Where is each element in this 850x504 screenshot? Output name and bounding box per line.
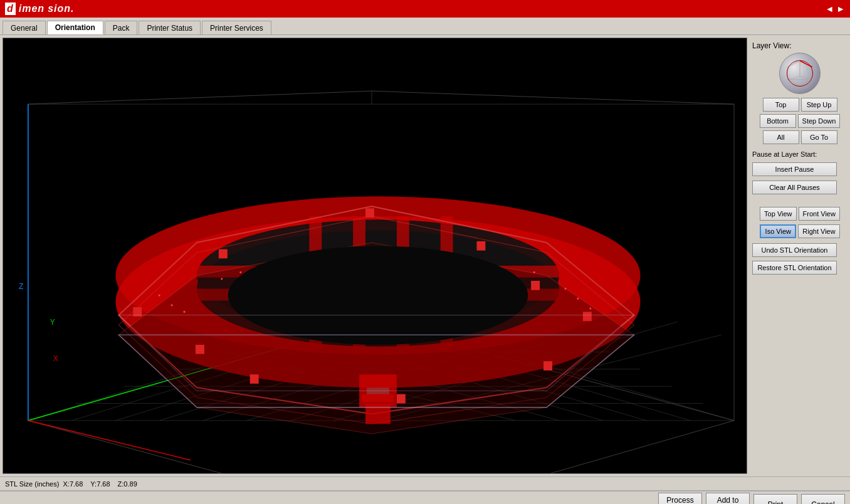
canvas-area: Z Y X (3, 38, 747, 473)
svg-point-69 (577, 298, 579, 300)
layer-view-label: Layer View: (752, 41, 847, 50)
clear-all-pauses-button[interactable]: Clear All Pauses (752, 181, 837, 194)
svg-rect-62 (362, 394, 394, 402)
iso-view-button[interactable]: Iso View (760, 224, 796, 238)
svg-rect-52 (476, 241, 485, 251)
svg-point-68 (239, 271, 241, 273)
svg-point-65 (171, 304, 173, 306)
layer-view-buttons: Top Step Up (752, 98, 847, 112)
svg-line-80 (787, 80, 800, 86)
svg-rect-54 (583, 312, 592, 321)
title-bar: dimension. ◄ ► (0, 0, 850, 18)
tab-general[interactable]: General (3, 21, 46, 34)
grid-svg: Z Y X (3, 38, 747, 473)
front-view-button[interactable]: Front View (799, 207, 840, 221)
y-label: Y: (90, 480, 97, 488)
main-area: Z Y X (0, 35, 850, 476)
z-label: Z: (118, 480, 124, 488)
nav-cube (779, 53, 821, 94)
stl-size-label: STL Size (inches) (5, 480, 59, 488)
all-button[interactable]: All (763, 130, 799, 144)
restore-stl-button[interactable]: Restore STL Orientation (752, 261, 837, 275)
svg-point-64 (159, 295, 160, 297)
tab-printer-services[interactable]: Printer Services (202, 21, 271, 34)
svg-rect-53 (531, 281, 540, 290)
nav-arrows[interactable]: ◄ ► (825, 4, 845, 14)
svg-line-75 (800, 61, 812, 67)
bottom-button[interactable]: Bottom (760, 114, 796, 128)
undo-stl-button[interactable]: Undo STL Orientation (752, 243, 837, 257)
layer-view-buttons-2: Bottom Step Down (752, 114, 847, 128)
svg-point-59 (228, 246, 528, 345)
layer-view-buttons-3: All Go To (752, 130, 847, 144)
x-label: X: (63, 480, 70, 488)
svg-point-71 (564, 288, 566, 290)
process-stl-button[interactable]: Process STL (658, 493, 702, 504)
svg-text:Y: Y (50, 318, 55, 327)
3d-viewport[interactable]: Z Y X (3, 38, 747, 474)
svg-line-83 (800, 76, 812, 80)
svg-point-66 (184, 311, 186, 313)
svg-rect-51 (365, 208, 374, 218)
tab-pack[interactable]: Pack (105, 21, 138, 34)
top-button[interactable]: Top (763, 98, 799, 112)
step-up-button[interactable]: Step Up (801, 98, 837, 112)
y-value: 7.68 (97, 480, 110, 488)
app-logo: dimension. (5, 3, 74, 15)
svg-line-81 (800, 80, 812, 86)
svg-text:X: X (53, 354, 58, 363)
tab-orientation[interactable]: Orientation (47, 21, 103, 34)
pause-label: Pause at Layer Start: (752, 150, 847, 158)
right-panel: Layer View: (750, 35, 850, 476)
status-bar: STL Size (inches) X: 7.68 Y: 7.68 Z: 0.8… (0, 476, 850, 490)
go-to-button[interactable]: Go To (801, 130, 837, 144)
svg-rect-55 (543, 361, 552, 370)
svg-text:Z: Z (19, 281, 24, 290)
print-button[interactable]: Print (753, 494, 797, 504)
step-down-button[interactable]: Step Down (798, 114, 841, 128)
svg-point-67 (221, 278, 223, 280)
view-section: Top View Front View Iso View Right View … (752, 207, 847, 275)
top-view-button[interactable]: Top View (760, 207, 796, 221)
tab-bar: General Orientation Pack Printer Status … (0, 18, 850, 35)
tab-printer-status[interactable]: Printer Status (139, 21, 201, 34)
cancel-button[interactable]: Cancel (801, 494, 845, 504)
bottom-bar: Process STL Add to Pack Print Cancel (0, 490, 850, 504)
svg-point-72 (533, 271, 535, 273)
svg-line-76 (787, 61, 800, 67)
svg-rect-57 (250, 374, 259, 384)
svg-line-84 (787, 76, 800, 80)
svg-rect-56 (397, 394, 406, 404)
insert-pause-button[interactable]: Insert Pause (752, 162, 837, 176)
right-view-button[interactable]: Right View (798, 224, 839, 238)
add-to-pack-button[interactable]: Add to Pack (706, 493, 750, 504)
svg-rect-58 (196, 345, 204, 354)
svg-rect-50 (219, 249, 228, 258)
svg-point-70 (589, 308, 591, 310)
z-value: 0.89 (123, 480, 137, 488)
x-value: 7.68 (70, 480, 83, 488)
